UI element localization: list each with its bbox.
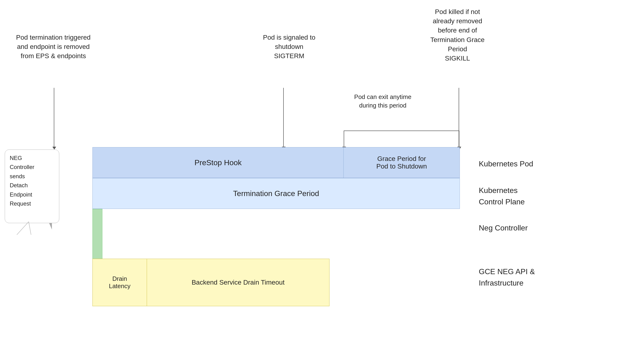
drain-latency-label: DrainLatency bbox=[109, 275, 130, 290]
annotation-pod-killed: Pod killed if notalready removedbefore e… bbox=[412, 7, 502, 63]
arrow-pod-termination bbox=[54, 88, 54, 147]
annotation-pod-can-exit: Pod can exit anytimeduring this period bbox=[348, 93, 417, 110]
drain-latency-bar: DrainLatency bbox=[92, 259, 147, 306]
annotation-pod-signaled: Pod is signaled toshutdownSIGTERM bbox=[251, 33, 327, 61]
grace-period-bar: Grace Period forPod to Shutdown bbox=[344, 147, 460, 178]
row-label-gce-neg: GCE NEG API &Infrastructure bbox=[479, 266, 535, 289]
neg-controller-bar bbox=[92, 209, 102, 261]
termination-grace-bar: Termination Grace Period bbox=[92, 178, 460, 209]
arrow-pod-signaled bbox=[283, 88, 284, 147]
bracket-top-line bbox=[344, 130, 459, 131]
row-label-kubernetes-cp: KubernetesControl Plane bbox=[479, 185, 525, 208]
annotation-pod-termination: Pod termination triggered and endpoint i… bbox=[13, 33, 94, 61]
diagram-container: Pod termination triggered and endpoint i… bbox=[0, 0, 644, 352]
svg-line-0 bbox=[17, 222, 29, 235]
neg-bubble: NEGControllersendsDetachEndpointRequest bbox=[5, 149, 59, 223]
row-label-kubernetes-pod: Kubernetes Pod bbox=[479, 158, 533, 169]
termination-grace-label: Termination Grace Period bbox=[233, 189, 319, 198]
gce-neg-row: DrainLatency Backend Service Drain Timeo… bbox=[92, 259, 330, 306]
grace-period-label: Grace Period forPod to Shutdown bbox=[376, 155, 427, 170]
prestop-hook-label: PreStop Hook bbox=[194, 158, 242, 167]
prestop-hook-bar: PreStop Hook bbox=[92, 147, 344, 178]
svg-line-1 bbox=[29, 222, 31, 235]
bracket-left-tick bbox=[344, 130, 344, 147]
backend-drain-label: Backend Service Drain Timeout bbox=[192, 279, 284, 286]
bracket-right-tick bbox=[459, 130, 459, 147]
backend-drain-bar: Backend Service Drain Timeout bbox=[147, 259, 330, 306]
row-label-neg-controller: Neg Controller bbox=[479, 223, 528, 233]
